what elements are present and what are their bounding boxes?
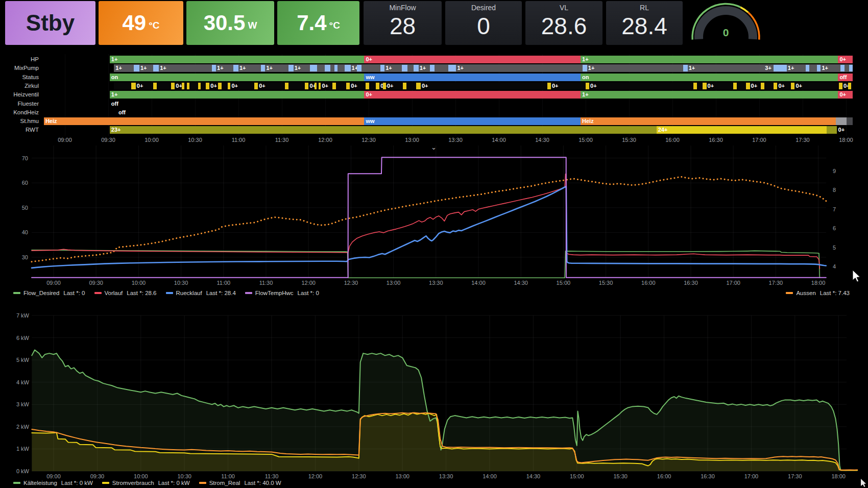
timeline-mark-label: 0+ (590, 82, 597, 90)
timeline-axis-label: 12:30 (361, 137, 376, 143)
timeline-mark (849, 65, 853, 71)
timeline-segment: Heiz (44, 117, 365, 125)
timeline-mark (319, 83, 321, 89)
timeline-axis-label: 12:00 (318, 137, 332, 143)
timeline-mark-label: 1+ (457, 64, 464, 72)
stat-rl[interactable]: RL 28.4 (606, 1, 683, 45)
power-chart: 09:0009:3010:0010:3011:0011:3012:0012:30… (0, 299, 868, 488)
legend-series-name: Ruecklauf (176, 290, 202, 296)
timeline-axis-label: 16:00 (665, 137, 680, 143)
y-right-tick-label: 9 (833, 168, 836, 174)
x-tick-label: 13:30 (429, 280, 443, 286)
timeline-extra-label: 3+ (765, 64, 771, 72)
timeline-segment: 1+ (581, 56, 838, 63)
legend-series-name: Stromverbrauch (112, 480, 154, 486)
y-tick-label: 1 kW (16, 446, 30, 452)
timeline-mark (305, 83, 308, 89)
stat-temp-hot[interactable]: 49 °C (99, 1, 183, 45)
y-tick-label: 5 kW (16, 357, 30, 363)
timeline-mark (733, 83, 737, 89)
legend-item-Stromverbrauch[interactable]: StromverbrauchLast *: 0 kW (102, 480, 190, 486)
gauge-value: 0 (686, 27, 765, 39)
power-chart-panel[interactable]: 09:0009:3010:0010:3011:0011:3012:0012:30… (0, 299, 868, 488)
x-tick-label: 10:30 (174, 280, 188, 286)
timeline-mark (218, 83, 222, 89)
timeline-axis-label: 10:00 (144, 137, 159, 143)
timeline-mark (402, 65, 407, 71)
stat-minflow[interactable]: MinFlow 28 (364, 1, 442, 45)
timeline-mark-label: 0+ (387, 82, 394, 90)
x-tick-label: 12:30 (344, 280, 358, 286)
timeline-row-label: Zirkul (0, 83, 39, 89)
timeline-mark (366, 83, 369, 89)
stat-temp-cold[interactable]: 7.4 °C (277, 1, 359, 45)
x-tick-label: 12:00 (301, 280, 316, 286)
timeline-mark-label: 0+ (778, 82, 785, 90)
x-tick-label: 09:00 (46, 280, 61, 286)
timeline-mark-label: 0+ (259, 82, 266, 90)
stat-desired-title: Desired (445, 4, 522, 12)
stat-standby[interactable]: Stby (5, 1, 95, 45)
stat-temp-hot-unit: °C (149, 20, 159, 31)
state-timeline-panel[interactable]: 09:0009:3010:0010:3011:0011:3012:0012:30… (0, 49, 868, 144)
timeline-segment: on (581, 74, 838, 81)
legend-swatch-icon (786, 292, 793, 294)
timeline-segment (827, 126, 837, 134)
timeline-axis-label: 17:30 (795, 137, 810, 143)
x-tick-label: 09:30 (89, 280, 103, 286)
timeline-mark (233, 65, 238, 71)
series-line-Aussen (32, 177, 826, 262)
temperature-chart-legend: Flow_DesiredLast *: 0VorlaufLast *: 28.6… (13, 289, 850, 297)
legend-last-value: Last *: 0 (298, 290, 319, 296)
timeline-mark (332, 83, 336, 89)
x-tick-label: 15:00 (557, 280, 571, 286)
timeline-mark (228, 83, 231, 89)
timeline-axis-label: 11:30 (275, 137, 289, 143)
timeline-mark (774, 83, 777, 89)
timeline-segment: 1+ (581, 91, 838, 99)
legend-group-right: AussenLast *: 7.43 (786, 290, 850, 296)
timeline-segment: 24+ (657, 126, 827, 134)
timeline-mark (182, 83, 184, 89)
stat-temp-cold-value: 7.4 (297, 12, 326, 34)
y-right-tick-label: 4 (833, 263, 836, 270)
timeline-axis-label: 14:30 (535, 137, 549, 143)
stat-power[interactable]: 30.5 W (186, 1, 274, 45)
legend-item-Flow_Desired[interactable]: Flow_DesiredLast *: 0 (13, 290, 85, 296)
timeline-row-kondheiz: KondHeizoff (0, 109, 868, 116)
legend-item-Strom_Real[interactable]: Strom_RealLast *: 40.0 W (199, 480, 281, 486)
timeline-mark (586, 83, 589, 89)
legend-item-Kälteleistung[interactable]: KälteleistungLast *: 0 kW (13, 480, 93, 486)
timeline-row-heizventil: Heizventil1+0+1+0+ (0, 91, 868, 99)
timeline-axis-label: 10:30 (188, 137, 202, 143)
stat-desired[interactable]: Desired 0 (445, 1, 522, 45)
timeline-axis-label: 17:00 (752, 137, 766, 143)
timeline-segment (114, 82, 852, 90)
timeline-mark (430, 65, 434, 71)
timeline-mark-label: 1+ (140, 64, 147, 72)
legend-item-Vorlauf[interactable]: VorlaufLast *: 28.6 (94, 290, 157, 296)
legend-item-FlowTempHwc[interactable]: FlowTempHwcLast *: 0 (245, 290, 319, 296)
temperature-chart-panel[interactable]: 09:0009:3010:0010:3011:0011:3012:0012:30… (0, 144, 868, 291)
y-right-tick-label: 7 (833, 206, 836, 212)
timeline-mark (840, 65, 845, 71)
legend-series-name: Strom_Real (209, 480, 240, 486)
legend-last-value: Last *: 0 kW (61, 480, 93, 486)
legend-swatch-icon (13, 292, 20, 294)
timeline-mark-label: 1+ (689, 64, 695, 72)
legend-item-Ruecklauf[interactable]: RuecklaufLast *: 28.4 (166, 290, 236, 296)
timeline-segment: ww (364, 74, 581, 81)
legend-item-Aussen[interactable]: AussenLast *: 7.43 (786, 290, 850, 296)
timeline-mark (806, 65, 809, 71)
timeline-segment: 1+ (110, 91, 365, 99)
stat-vl-value: 28.6 (541, 14, 587, 38)
timeline-mark-label: 1+ (239, 64, 246, 72)
gauge-panel[interactable]: 0 (686, 1, 768, 45)
timeline-axis-label: 15:00 (578, 137, 593, 143)
y-left-tick-label: 40 (22, 229, 28, 235)
timeline-mark (131, 83, 135, 89)
stat-vl[interactable]: VL 28.6 (525, 1, 602, 45)
timeline-axis-label: 09:30 (101, 137, 115, 143)
timeline-mark (334, 65, 337, 71)
y-tick-label: 7 kW (16, 312, 30, 319)
